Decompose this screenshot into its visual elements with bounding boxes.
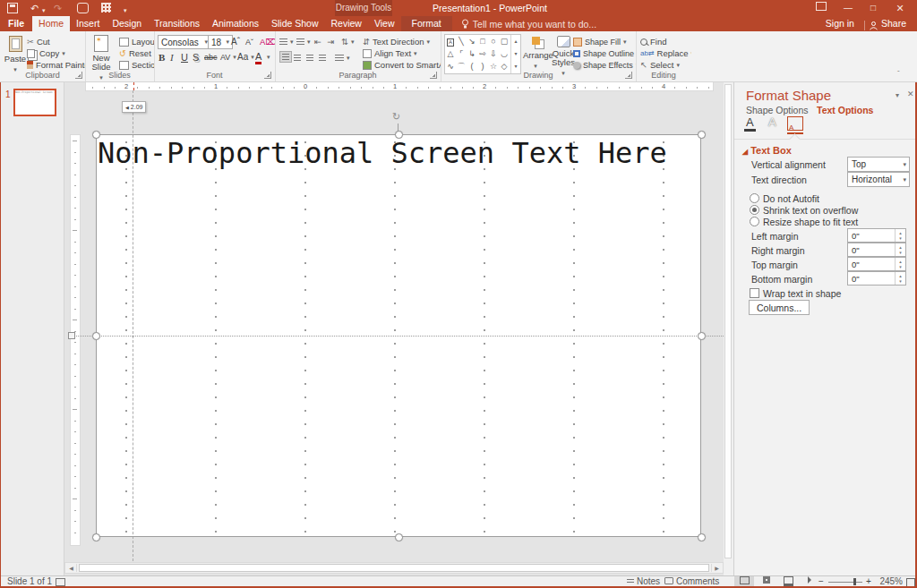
resize-handle-top-left[interactable] — [92, 131, 100, 139]
spinner-icons[interactable]: ▴▾ — [895, 258, 905, 270]
share-button[interactable]: Share — [878, 16, 917, 31]
vertical-alignment-dropdown[interactable]: Top▾ — [847, 157, 910, 172]
gallery-scroll[interactable]: ▴▾▾ — [510, 35, 520, 73]
signin-link[interactable]: Sign in — [819, 16, 861, 31]
font-color-dropdown-icon[interactable]: ▾ — [267, 51, 270, 63]
resize-handle-top-center[interactable] — [395, 131, 403, 139]
text-direction-dropdown[interactable]: Horizontal▾ — [847, 172, 910, 187]
elbow-arrow-connector-icon[interactable]: ↳ — [467, 47, 477, 60]
decrease-font-icon[interactable]: Aˇ — [245, 36, 253, 47]
character-spacing-button[interactable]: AV▾ — [220, 51, 236, 63]
horizontal-scroll-thumb[interactable] — [79, 564, 709, 572]
bold-button[interactable]: B — [159, 51, 165, 63]
arrow-shape-icon[interactable]: ↘ — [467, 35, 477, 47]
redo-icon[interactable]: ↷ — [54, 2, 62, 14]
text-effects-icon[interactable]: A — [767, 116, 778, 129]
tab-home[interactable]: Home — [32, 16, 70, 31]
bullets-button[interactable]: ▾ — [279, 36, 294, 47]
spinner-icons[interactable]: ▴▾ — [895, 272, 905, 285]
vertical-ruler[interactable] — [70, 134, 81, 546]
underline-button[interactable]: U — [181, 51, 188, 63]
decrease-indent-icon[interactable]: ⇤ — [314, 36, 321, 47]
columns-button[interactable]: Columns... — [749, 300, 810, 315]
spinner-icons[interactable]: ▴▾ — [895, 229, 905, 242]
horizontal-guide[interactable] — [68, 336, 725, 337]
scroll-left-icon[interactable]: ◀ — [66, 564, 77, 572]
maximize-icon[interactable]: □ — [861, 0, 885, 16]
numbering-button[interactable]: ▾ — [296, 36, 311, 47]
elbow-connector-icon[interactable]: ⌜ — [456, 47, 467, 60]
justify-button[interactable] — [319, 52, 326, 64]
scroll-right-icon[interactable]: ▶ — [711, 564, 722, 572]
align-center-button[interactable] — [294, 52, 301, 64]
resize-handle-bottom-right[interactable] — [698, 533, 706, 541]
font-name-combo[interactable]: Consolas▾ — [158, 35, 211, 49]
line-shape-icon[interactable]: ╲ — [456, 35, 467, 47]
tab-text-options[interactable]: Text Options — [817, 105, 873, 115]
tab-design[interactable]: Design — [106, 16, 148, 31]
undo-dropdown-icon[interactable]: ▾ — [42, 4, 46, 17]
ribbon-display-options-icon[interactable] — [810, 0, 833, 16]
convert-smartart-button[interactable]: Convert to SmartArt▾ — [363, 59, 441, 71]
resize-handle-bottom-center[interactable] — [395, 533, 403, 541]
line-spacing-button[interactable]: ⇅▾ — [341, 36, 354, 47]
zoom-slider-thumb[interactable] — [853, 578, 856, 585]
print-icon[interactable] — [77, 3, 89, 13]
align-text-button[interactable]: Align Text▾ — [363, 47, 417, 59]
horizontal-ruler[interactable]: 2101234 — [85, 82, 714, 91]
minimize-icon[interactable]: — — [836, 0, 860, 16]
tab-view[interactable]: View — [368, 16, 401, 31]
horizontal-scrollbar[interactable]: ◀ ▶ — [64, 562, 724, 574]
section-text-box[interactable]: ◢ Text Box — [742, 145, 792, 156]
panel-options-dropdown-icon[interactable]: ▾ — [896, 91, 899, 99]
text-shadow-button[interactable]: S — [193, 51, 199, 63]
resize-handle-bottom-left[interactable] — [92, 533, 100, 541]
shape-fill-button[interactable]: Shape Fill▾ — [573, 36, 627, 47]
section-button[interactable]: Section▾ — [119, 59, 155, 71]
grid-icon[interactable] — [101, 3, 111, 13]
accessibility-icon[interactable] — [56, 578, 65, 586]
textbox-options-icon[interactable]: A — [787, 116, 803, 131]
top-margin-input[interactable]: 0"▴▾ — [847, 257, 906, 271]
increase-indent-icon[interactable]: ⇥ — [327, 36, 334, 47]
align-right-button[interactable] — [306, 52, 313, 64]
panel-close-icon[interactable]: ✕ — [907, 89, 914, 98]
resize-handle-middle-right[interactable] — [698, 332, 706, 340]
rounded-rectangle-shape-icon[interactable]: ▢ — [499, 35, 510, 47]
clipboard-dialog-launcher-icon[interactable] — [75, 72, 82, 79]
callout-shape-icon[interactable]: ◡ — [499, 47, 510, 60]
drawing-dialog-launcher-icon[interactable] — [625, 72, 632, 79]
slide-textbox-text[interactable]: Non-Proportional Screen Text Here — [98, 134, 701, 172]
tab-transitions[interactable]: Transitions — [148, 16, 206, 31]
tab-insert[interactable]: Insert — [70, 16, 106, 31]
left-margin-input[interactable]: 0"▴▾ — [847, 228, 906, 243]
spinner-icons[interactable]: ▴▾ — [895, 243, 905, 256]
tellme-box[interactable]: Tell me what you want to do... — [461, 16, 596, 31]
down-arrow-shape-icon[interactable]: ⇩ — [488, 47, 499, 60]
rectangle-shape-icon[interactable]: □ — [477, 35, 488, 47]
font-size-combo[interactable]: 18▾ — [208, 35, 233, 49]
save-icon[interactable] — [7, 3, 18, 13]
tab-slideshow[interactable]: Slide Show — [265, 16, 325, 31]
right-margin-input[interactable]: 0"▴▾ — [847, 243, 906, 257]
change-case-button[interactable]: Aa▾ — [237, 51, 254, 63]
tab-review[interactable]: Review — [325, 16, 368, 31]
strikethrough-button[interactable]: abc — [204, 51, 218, 63]
paragraph-dialog-launcher-icon[interactable] — [430, 72, 437, 79]
copy-button[interactable]: Copy▾ — [27, 47, 65, 59]
bottom-margin-input[interactable]: 0"▴▾ — [847, 271, 906, 285]
shape-effects-button[interactable]: Shape Effects▾ — [573, 59, 637, 71]
slide-thumbnail[interactable]: Non-Proportional Screen Text Here — [13, 89, 56, 116]
vertical-scroll-thumb[interactable] — [724, 84, 732, 558]
shape-outline-button[interactable]: Shape Outline▾ — [573, 47, 637, 59]
zoom-slider-track[interactable] — [828, 582, 862, 583]
text-box-shape-icon[interactable]: A — [445, 35, 456, 47]
qat-customize-icon[interactable]: ▾ — [124, 4, 127, 17]
font-color-button[interactable]: A — [255, 50, 261, 64]
format-painter-button[interactable]: Format Painter — [27, 59, 86, 71]
collapse-ribbon-icon[interactable]: ˆ — [897, 69, 900, 77]
text-direction-button[interactable]: ⇵Text Direction▾ — [363, 36, 430, 47]
rotation-handle-icon[interactable]: ↻ — [392, 111, 400, 123]
resize-handle-top-right[interactable] — [698, 131, 706, 139]
select-button[interactable]: ↖Select▾ — [640, 59, 680, 71]
